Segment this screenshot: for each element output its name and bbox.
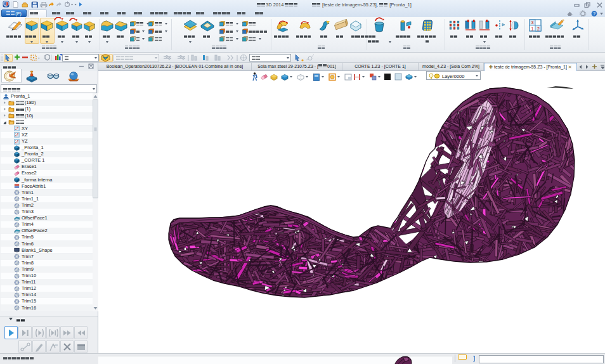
svg-text:2: 2: [537, 27, 540, 31]
svg-text:3: 3: [531, 20, 534, 25]
svg-text:1: 1: [531, 27, 534, 31]
svg-text:?: ?: [593, 11, 595, 16]
